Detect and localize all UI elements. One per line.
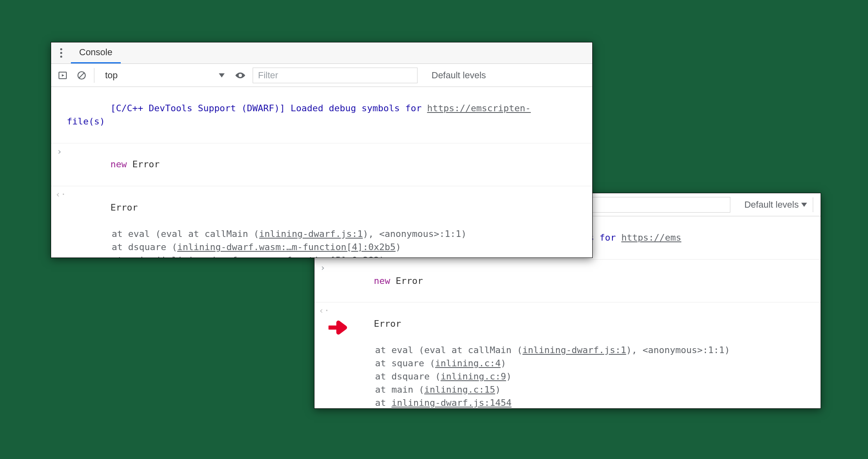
dwarf-tail-text: file(s) <box>67 116 105 126</box>
stack-pre: at main ( <box>90 255 161 258</box>
stack-pre: at dsquare ( <box>353 371 441 382</box>
stack-location-link[interactable]: inlining-dwarf.wasm:…m-function[5]:0x383 <box>161 255 379 258</box>
levels-label: Default levels <box>744 199 799 210</box>
stack-location-link[interactable]: inlining.c:9 <box>441 371 506 382</box>
levels-label: Default levels <box>432 70 486 81</box>
log-levels-dropdown[interactable]: Default levels <box>744 199 807 210</box>
stack-location-link[interactable]: inlining-dwarf.wasm:…m-function[4]:0x2b5 <box>177 242 396 252</box>
stack-post: ) <box>379 255 385 258</box>
stack-post: ) <box>495 384 500 395</box>
chevron-down-icon <box>801 203 807 207</box>
output-arrow-icon[interactable]: ‹· <box>55 188 63 201</box>
stack-location-link[interactable]: inlining.c:15 <box>424 384 495 395</box>
dwarf-url-link[interactable]: https://emscripten- <box>427 103 531 113</box>
console-messages: [C/C++ DevTools Support (DWARF)] Loaded … <box>51 87 592 258</box>
stack-post: ) <box>396 242 401 252</box>
svg-marker-1 <box>62 74 64 77</box>
show-sidebar-icon[interactable] <box>56 69 69 82</box>
toolbar-separator <box>94 68 94 83</box>
output-error-stack: ‹· Error at eval (eval at callMain (inli… <box>314 302 821 409</box>
filter-input[interactable] <box>253 68 418 83</box>
log-levels-dropdown[interactable]: Default levels <box>432 70 486 81</box>
input-arrow-icon[interactable]: › <box>55 145 63 158</box>
kebab-menu-icon[interactable] <box>55 47 67 59</box>
stack-trace: at eval (eval at callMain (inlining-dwar… <box>67 227 467 258</box>
error-header: Error <box>374 318 401 329</box>
stack-pre: at eval (eval at callMain ( <box>353 345 523 355</box>
stack-location-link[interactable]: inlining-dwarf.js:1 <box>259 229 363 239</box>
svg-line-3 <box>79 73 84 78</box>
context-value: top <box>105 70 118 81</box>
stack-post: ), <anonymous>:1:1) <box>363 229 467 239</box>
dwarf-url-link[interactable]: https://ems <box>621 232 681 243</box>
chevron-down-icon <box>219 73 225 77</box>
tab-strip: Console <box>51 42 592 64</box>
stack-location-link[interactable]: inlining.c:4 <box>435 358 501 368</box>
stack-pre: at dsquare ( <box>90 242 177 252</box>
stack-frame: at dsquare (inlining-dwarf.wasm:…m-funct… <box>67 241 467 254</box>
stack-frame: at main (inlining-dwarf.wasm:…m-function… <box>67 254 467 258</box>
stack-frame: at main (inlining.c:15) <box>330 383 730 396</box>
kw-new: new <box>110 159 127 169</box>
devtools-panel-before: Console top Default levels <box>51 42 593 258</box>
context-selector[interactable]: top <box>100 68 228 83</box>
stack-frame: at eval (eval at callMain (inlining-dwar… <box>67 227 467 241</box>
err-word: Error <box>127 159 160 169</box>
stack-pre: at eval (eval at callMain ( <box>90 229 259 239</box>
console-toolbar: top Default levels <box>51 64 592 87</box>
input-new-error: › new Error <box>314 260 821 303</box>
stack-post: ), <anonymous>:1:1) <box>626 345 730 355</box>
stack-frame: at square (inlining.c:4) <box>330 357 730 370</box>
tab-label: Console <box>79 47 113 58</box>
stack-pre: at <box>353 398 392 408</box>
toolbar-separator <box>813 197 813 212</box>
stack-frame: at eval (eval at callMain (inlining-dwar… <box>330 344 730 357</box>
stack-pre: at main ( <box>353 384 424 395</box>
stack-pre: at square ( <box>353 358 435 368</box>
stack-frame: at dsquare (inlining.c:9) <box>330 370 730 383</box>
tab-console[interactable]: Console <box>71 42 121 63</box>
stack-post: ) <box>506 371 511 382</box>
log-dwarf-loaded: [C/C++ DevTools Support (DWARF)] Loaded … <box>51 87 592 143</box>
input-new-error: › new Error <box>51 143 592 187</box>
error-header: Error <box>110 202 138 213</box>
stack-location-link[interactable]: inlining-dwarf.js:1454 <box>392 398 511 408</box>
err-word: Error <box>390 276 423 286</box>
kw-new: new <box>374 276 390 286</box>
clear-console-icon[interactable] <box>75 69 88 82</box>
input-arrow-icon[interactable]: › <box>319 261 327 274</box>
stack-post: ) <box>501 358 506 368</box>
stack-location-link[interactable]: inlining-dwarf.js:1 <box>523 345 626 355</box>
stack-trace: at eval (eval at callMain (inlining-dwar… <box>330 344 730 409</box>
output-arrow-icon[interactable]: ‹· <box>319 304 327 317</box>
output-error-stack: ‹· Error at eval (eval at callMain (inli… <box>51 186 592 258</box>
stack-frame: at inlining-dwarf.js:1454 <box>330 396 730 409</box>
dwarf-prefix-text: [C/C++ DevTools Support (DWARF)] Loaded … <box>110 103 427 113</box>
live-expression-eye-icon[interactable] <box>234 69 247 82</box>
